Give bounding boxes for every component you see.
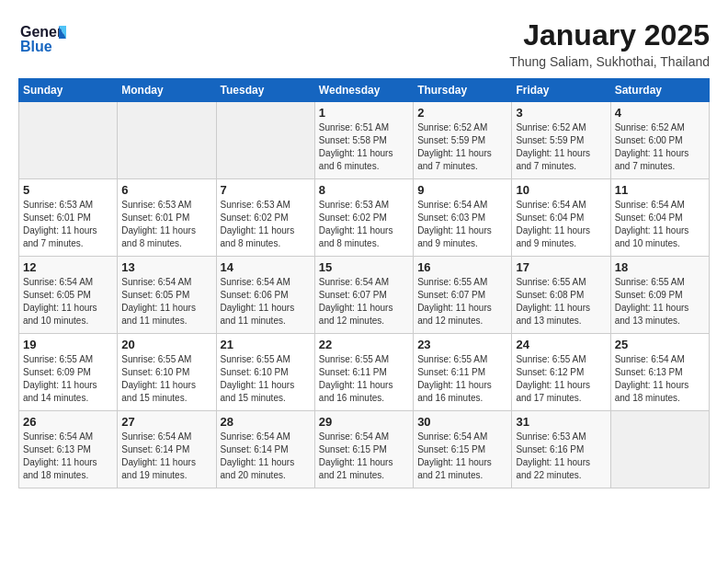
table-row: 26Sunrise: 6:54 AMSunset: 6:13 PMDayligh… xyxy=(19,411,118,488)
main-title: January 2025 xyxy=(509,18,710,52)
table-row: 15Sunrise: 6:54 AMSunset: 6:07 PMDayligh… xyxy=(314,257,413,334)
day-info: Sunrise: 6:52 AMSunset: 5:59 PMDaylight:… xyxy=(516,121,606,173)
day-info: Sunrise: 6:54 AMSunset: 6:03 PMDaylight:… xyxy=(417,199,507,250)
table-row: 9Sunrise: 6:54 AMSunset: 6:03 PMDaylight… xyxy=(414,179,512,257)
day-number: 23 xyxy=(417,338,507,351)
table-row: 20Sunrise: 6:55 AMSunset: 6:10 PMDayligh… xyxy=(118,334,216,411)
day-number: 11 xyxy=(615,183,705,197)
day-number: 10 xyxy=(516,183,606,197)
table-row: 21Sunrise: 6:55 AMSunset: 6:10 PMDayligh… xyxy=(216,334,314,411)
day-number: 29 xyxy=(319,415,409,429)
table-row: 29Sunrise: 6:54 AMSunset: 6:15 PMDayligh… xyxy=(314,411,413,488)
day-number: 8 xyxy=(319,183,409,197)
logo-icon: General Blue xyxy=(18,18,66,59)
table-row: 12Sunrise: 6:54 AMSunset: 6:05 PMDayligh… xyxy=(19,257,118,334)
table-row: 2Sunrise: 6:52 AMSunset: 5:59 PMDaylight… xyxy=(414,102,512,179)
day-info: Sunrise: 6:52 AMSunset: 5:59 PMDaylight:… xyxy=(417,121,507,173)
title-block: January 2025 Thung Saliam, Sukhothai, Th… xyxy=(509,18,710,69)
table-row: 14Sunrise: 6:54 AMSunset: 6:06 PMDayligh… xyxy=(216,257,314,334)
table-row: 3Sunrise: 6:52 AMSunset: 5:59 PMDaylight… xyxy=(512,102,610,179)
logo: General Blue xyxy=(18,18,66,59)
table-row: 28Sunrise: 6:54 AMSunset: 6:14 PMDayligh… xyxy=(216,411,314,488)
day-number: 21 xyxy=(221,338,311,351)
table-row: 8Sunrise: 6:53 AMSunset: 6:02 PMDaylight… xyxy=(314,179,413,257)
day-info: Sunrise: 6:53 AMSunset: 6:02 PMDaylight:… xyxy=(221,199,311,250)
table-row: 30Sunrise: 6:54 AMSunset: 6:15 PMDayligh… xyxy=(414,411,512,488)
day-info: Sunrise: 6:55 AMSunset: 6:11 PMDaylight:… xyxy=(319,353,409,405)
day-number: 5 xyxy=(23,183,113,197)
col-thursday: Thursday xyxy=(414,79,512,102)
table-row: 4Sunrise: 6:52 AMSunset: 6:00 PMDaylight… xyxy=(610,102,709,179)
day-info: Sunrise: 6:55 AMSunset: 6:10 PMDaylight:… xyxy=(121,353,211,405)
day-number: 20 xyxy=(121,338,211,351)
day-number: 30 xyxy=(417,415,507,429)
col-tuesday: Tuesday xyxy=(216,79,314,102)
col-friday: Friday xyxy=(512,79,610,102)
day-info: Sunrise: 6:54 AMSunset: 6:04 PMDaylight:… xyxy=(615,199,705,250)
day-number: 31 xyxy=(516,415,606,429)
day-number: 1 xyxy=(319,106,409,120)
table-row xyxy=(118,102,216,179)
day-number: 7 xyxy=(221,183,311,197)
week-row-3: 12Sunrise: 6:54 AMSunset: 6:05 PMDayligh… xyxy=(19,257,710,334)
day-info: Sunrise: 6:55 AMSunset: 6:11 PMDaylight:… xyxy=(417,353,507,405)
week-row-2: 5Sunrise: 6:53 AMSunset: 6:01 PMDaylight… xyxy=(19,179,710,257)
calendar-table: Sunday Monday Tuesday Wednesday Thursday… xyxy=(18,78,710,488)
day-info: Sunrise: 6:55 AMSunset: 6:07 PMDaylight:… xyxy=(417,276,507,327)
day-number: 4 xyxy=(615,106,705,120)
day-number: 27 xyxy=(121,415,211,429)
table-row: 1Sunrise: 6:51 AMSunset: 5:58 PMDaylight… xyxy=(314,102,413,179)
col-monday: Monday xyxy=(118,79,216,102)
col-saturday: Saturday xyxy=(610,79,709,102)
day-number: 17 xyxy=(516,260,606,274)
day-number: 22 xyxy=(319,338,409,351)
day-info: Sunrise: 6:53 AMSunset: 6:16 PMDaylight:… xyxy=(516,431,606,482)
day-info: Sunrise: 6:54 AMSunset: 6:14 PMDaylight:… xyxy=(121,431,211,482)
day-info: Sunrise: 6:52 AMSunset: 6:00 PMDaylight:… xyxy=(615,121,705,173)
day-number: 3 xyxy=(516,106,606,120)
table-row xyxy=(610,411,709,488)
day-info: Sunrise: 6:54 AMSunset: 6:06 PMDaylight:… xyxy=(221,276,311,327)
table-row: 5Sunrise: 6:53 AMSunset: 6:01 PMDaylight… xyxy=(19,179,118,257)
table-row xyxy=(216,102,314,179)
day-info: Sunrise: 6:54 AMSunset: 6:07 PMDaylight:… xyxy=(319,276,409,327)
table-row: 10Sunrise: 6:54 AMSunset: 6:04 PMDayligh… xyxy=(512,179,610,257)
day-info: Sunrise: 6:55 AMSunset: 6:09 PMDaylight:… xyxy=(615,276,705,327)
table-row: 19Sunrise: 6:55 AMSunset: 6:09 PMDayligh… xyxy=(19,334,118,411)
day-number: 12 xyxy=(23,260,113,274)
day-info: Sunrise: 6:54 AMSunset: 6:13 PMDaylight:… xyxy=(23,431,113,482)
day-info: Sunrise: 6:53 AMSunset: 6:02 PMDaylight:… xyxy=(319,199,409,250)
day-number: 26 xyxy=(23,415,113,429)
day-info: Sunrise: 6:54 AMSunset: 6:14 PMDaylight:… xyxy=(221,431,311,482)
week-row-1: 1Sunrise: 6:51 AMSunset: 5:58 PMDaylight… xyxy=(19,102,710,179)
table-row: 6Sunrise: 6:53 AMSunset: 6:01 PMDaylight… xyxy=(118,179,216,257)
day-info: Sunrise: 6:54 AMSunset: 6:15 PMDaylight:… xyxy=(417,431,507,482)
table-row: 31Sunrise: 6:53 AMSunset: 6:16 PMDayligh… xyxy=(512,411,610,488)
day-number: 9 xyxy=(417,183,507,197)
table-row: 23Sunrise: 6:55 AMSunset: 6:11 PMDayligh… xyxy=(414,334,512,411)
table-row: 18Sunrise: 6:55 AMSunset: 6:09 PMDayligh… xyxy=(610,257,709,334)
table-row: 24Sunrise: 6:55 AMSunset: 6:12 PMDayligh… xyxy=(512,334,610,411)
calendar-header-row: Sunday Monday Tuesday Wednesday Thursday… xyxy=(19,79,710,102)
table-row: 13Sunrise: 6:54 AMSunset: 6:05 PMDayligh… xyxy=(118,257,216,334)
day-info: Sunrise: 6:54 AMSunset: 6:05 PMDaylight:… xyxy=(121,276,211,327)
day-info: Sunrise: 6:54 AMSunset: 6:04 PMDaylight:… xyxy=(516,199,606,250)
week-row-4: 19Sunrise: 6:55 AMSunset: 6:09 PMDayligh… xyxy=(19,334,710,411)
col-wednesday: Wednesday xyxy=(314,79,413,102)
day-info: Sunrise: 6:54 AMSunset: 6:13 PMDaylight:… xyxy=(615,353,705,405)
page-header: General Blue January 2025 Thung Saliam, … xyxy=(18,18,710,69)
day-number: 6 xyxy=(121,183,211,197)
svg-text:Blue: Blue xyxy=(20,39,52,54)
day-info: Sunrise: 6:55 AMSunset: 6:09 PMDaylight:… xyxy=(23,353,113,405)
day-info: Sunrise: 6:55 AMSunset: 6:10 PMDaylight:… xyxy=(221,353,311,405)
col-sunday: Sunday xyxy=(19,79,118,102)
table-row xyxy=(19,102,118,179)
day-info: Sunrise: 6:54 AMSunset: 6:15 PMDaylight:… xyxy=(319,431,409,482)
day-info: Sunrise: 6:51 AMSunset: 5:58 PMDaylight:… xyxy=(319,121,409,173)
day-number: 19 xyxy=(23,338,113,351)
table-row: 25Sunrise: 6:54 AMSunset: 6:13 PMDayligh… xyxy=(610,334,709,411)
day-number: 13 xyxy=(121,260,211,274)
week-row-5: 26Sunrise: 6:54 AMSunset: 6:13 PMDayligh… xyxy=(19,411,710,488)
day-number: 2 xyxy=(417,106,507,120)
day-info: Sunrise: 6:54 AMSunset: 6:05 PMDaylight:… xyxy=(23,276,113,327)
